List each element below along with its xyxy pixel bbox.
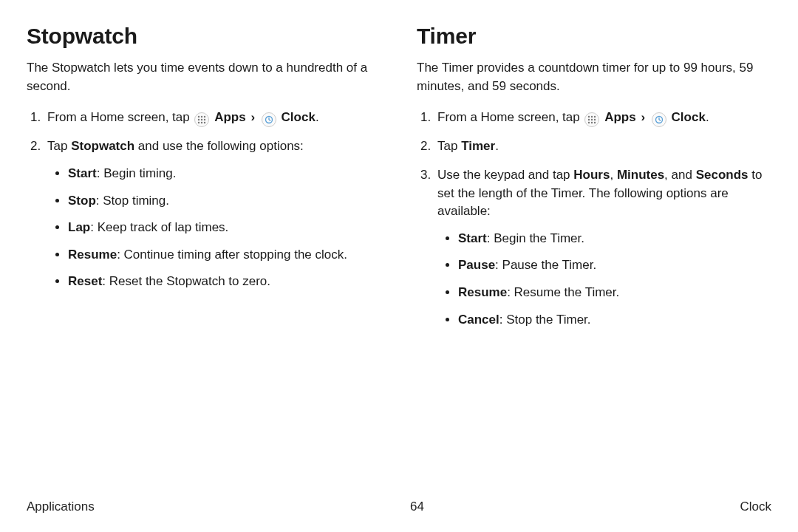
option-item: Resume: Continue timing after stopping t… xyxy=(68,246,381,265)
svg-point-17 xyxy=(594,119,596,120)
step-post: . xyxy=(706,110,709,124)
chevron-right-icon: › xyxy=(250,109,255,127)
step-text: Tap xyxy=(437,139,461,153)
svg-line-23 xyxy=(659,120,661,121)
option-item: Start: Begin the Timer. xyxy=(458,230,771,248)
svg-point-12 xyxy=(588,116,590,117)
option-item: Resume: Resume the Timer. xyxy=(458,284,771,302)
svg-point-16 xyxy=(591,119,593,120)
clock-label: Clock xyxy=(282,110,316,124)
apps-label: Apps xyxy=(604,110,636,124)
footer-left: Applications xyxy=(27,499,95,514)
timer-steps: From a Home screen, tap Apps › xyxy=(417,109,771,329)
step-bold: Seconds xyxy=(696,168,748,182)
clock-icon xyxy=(652,112,666,127)
option-term: Resume xyxy=(458,285,507,299)
clock-label: Clock xyxy=(672,110,706,124)
step-text: Use the keypad and tap xyxy=(437,168,573,182)
step-bold: Hours xyxy=(573,168,610,182)
svg-point-13 xyxy=(591,116,593,117)
timer-step-1: From a Home screen, tap Apps › xyxy=(434,109,771,127)
stopwatch-options: Start: Begin timing. Stop: Stop timing. … xyxy=(47,165,381,291)
timer-step-3: Use the keypad and tap Hours, Minutes, a… xyxy=(434,166,771,329)
option-desc: : Stop timing. xyxy=(96,194,169,208)
option-term: Reset xyxy=(68,274,102,288)
timer-options: Start: Begin the Timer. Pause: Pause the… xyxy=(437,230,771,330)
timer-heading: Timer xyxy=(417,24,771,49)
option-item: Cancel: Stop the Timer. xyxy=(458,311,771,330)
stopwatch-step-2: Tap Stopwatch and use the following opti… xyxy=(44,137,381,291)
step-text: From a Home screen, tap xyxy=(437,110,583,124)
svg-point-2 xyxy=(204,116,205,117)
option-item: Reset: Reset the Stopwatch to zero. xyxy=(68,273,381,291)
stopwatch-section: Stopwatch The Stopwatch lets you time ev… xyxy=(27,24,381,473)
svg-point-1 xyxy=(201,116,202,117)
page-footer: Applications 64 Clock xyxy=(27,499,771,514)
step-text: From a Home screen, tap xyxy=(47,110,193,124)
stopwatch-step-1: From a Home screen, tap Apps › xyxy=(44,109,381,127)
clock-icon xyxy=(262,112,276,127)
footer-right: Clock xyxy=(740,499,771,514)
apps-icon xyxy=(584,112,599,127)
apps-icon xyxy=(194,112,209,127)
svg-point-3 xyxy=(198,119,200,120)
timer-section: Timer The Timer provides a countdown tim… xyxy=(417,24,771,473)
svg-point-18 xyxy=(588,122,590,123)
footer-page-number: 64 xyxy=(410,499,424,514)
svg-point-0 xyxy=(198,116,200,117)
svg-point-14 xyxy=(594,116,596,117)
step-bold: Minutes xyxy=(617,168,664,182)
stopwatch-heading: Stopwatch xyxy=(27,24,381,49)
option-item: Pause: Pause the Timer. xyxy=(458,256,771,275)
option-desc: : Keep track of lap times. xyxy=(90,220,228,234)
step-text: Tap xyxy=(47,139,71,153)
page-body: Stopwatch The Stopwatch lets you time ev… xyxy=(0,0,798,473)
step-post: . xyxy=(316,110,319,124)
option-desc: : Begin the Timer. xyxy=(487,231,584,245)
svg-point-8 xyxy=(204,122,205,123)
svg-point-20 xyxy=(594,122,596,123)
chevron-right-icon: › xyxy=(641,109,645,127)
option-desc: : Reset the Stopwatch to zero. xyxy=(102,274,270,288)
svg-line-11 xyxy=(269,120,270,121)
timer-intro: The Timer provides a countdown timer for… xyxy=(417,59,771,95)
timer-step-2: Tap Timer. xyxy=(434,137,771,156)
svg-point-5 xyxy=(204,119,205,120)
option-term: Lap xyxy=(68,220,90,234)
option-desc: : Resume the Timer. xyxy=(507,285,619,299)
stopwatch-steps: From a Home screen, tap Apps › xyxy=(27,109,381,291)
option-desc: : Pause the Timer. xyxy=(495,258,596,272)
option-item: Stop: Stop timing. xyxy=(68,192,381,211)
svg-point-6 xyxy=(198,122,200,123)
step-text: , and xyxy=(664,168,696,182)
step-post: and use the following options: xyxy=(134,139,304,153)
svg-point-7 xyxy=(201,122,202,123)
stopwatch-intro: The Stopwatch lets you time events down … xyxy=(27,59,381,95)
option-term: Start xyxy=(68,166,97,180)
option-term: Pause xyxy=(458,258,495,272)
option-desc: : Continue timing after stopping the clo… xyxy=(117,248,347,262)
apps-label: Apps xyxy=(214,110,246,124)
option-term: Resume xyxy=(68,248,117,262)
option-item: Start: Begin timing. xyxy=(68,165,381,183)
step-post: . xyxy=(495,139,499,153)
svg-point-15 xyxy=(588,119,590,120)
option-term: Stop xyxy=(68,194,96,208)
option-item: Lap: Keep track of lap times. xyxy=(68,219,381,237)
option-desc: : Begin timing. xyxy=(97,166,177,180)
svg-point-19 xyxy=(591,122,593,123)
svg-point-4 xyxy=(201,119,202,120)
step-bold: Stopwatch xyxy=(71,139,134,153)
option-desc: : Stop the Timer. xyxy=(499,313,591,327)
step-bold: Timer xyxy=(461,139,495,153)
step-text: , xyxy=(610,168,616,182)
option-term: Cancel xyxy=(458,313,499,327)
option-term: Start xyxy=(458,231,487,245)
